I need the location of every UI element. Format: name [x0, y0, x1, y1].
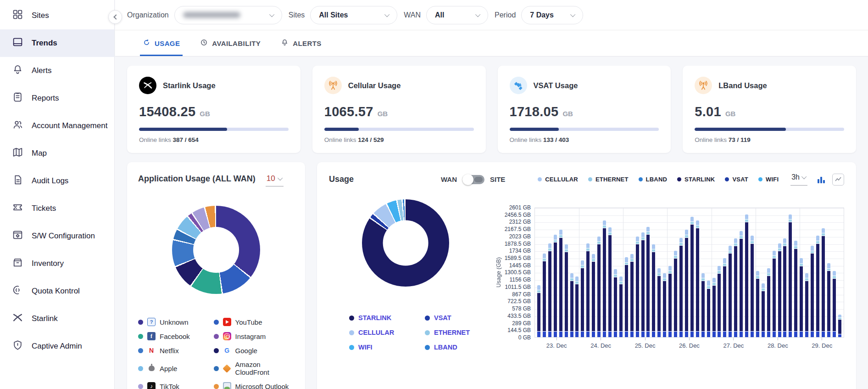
sidebar-item-alerts[interactable]: Alerts	[0, 57, 114, 85]
usage-legend-wifi[interactable]: WIFI	[349, 344, 425, 351]
usage-bar-52[interactable]	[822, 228, 825, 337]
sidebar-item-inventory[interactable]: Inventory	[0, 250, 114, 277]
sidebar-item-trends[interactable]: Trends	[0, 29, 114, 57]
usage-bar-3[interactable]	[554, 235, 557, 337]
series-legend-starlink[interactable]: STARLINK	[677, 176, 715, 183]
period-select[interactable]: 7 Days	[521, 6, 583, 24]
app-legend-item-facebook[interactable]: fFacebook	[138, 332, 210, 340]
organization-select[interactable]	[174, 6, 282, 24]
tab-usage[interactable]: USAGE	[143, 30, 180, 56]
usage-bar-20[interactable]	[646, 227, 650, 337]
usage-legend-vsat[interactable]: VSAT	[425, 314, 501, 321]
usage-bar-32[interactable]	[712, 278, 716, 337]
tab-alerts[interactable]: ALERTS	[281, 30, 321, 56]
series-legend-cellular[interactable]: CELLULAR	[538, 176, 578, 183]
usage-bar-30[interactable]	[701, 273, 705, 337]
sidebar-item-audit-logs[interactable]: Audit Logs	[0, 167, 114, 195]
usage-bar-51[interactable]	[816, 236, 819, 337]
sidebar-item-sites[interactable]: Sites	[0, 2, 114, 29]
usage-bar-13[interactable]	[608, 227, 612, 337]
series-legend-ethernet[interactable]: ETHERNET	[588, 176, 629, 183]
sidebar-collapse-button[interactable]	[108, 10, 122, 24]
app-legend-item-unknown[interactable]: ?Unknown	[138, 318, 210, 326]
series-legend-vsat[interactable]: VSAT	[725, 176, 748, 183]
top-count-select[interactable]: 10	[266, 174, 284, 186]
app-legend-item-google[interactable]: GGoogle	[214, 346, 294, 355]
app-legend-item-youtube[interactable]: YouTube	[214, 318, 294, 326]
wan-site-toggle[interactable]	[462, 175, 484, 184]
usage-bar-31[interactable]	[707, 281, 710, 337]
usage-bar-35[interactable]	[729, 246, 732, 337]
usage-legend-cellular[interactable]: CELLULAR	[349, 329, 425, 336]
usage-bar-4[interactable]	[559, 230, 562, 337]
sidebar-item-quota-kontrol[interactable]: Quota Kontrol	[0, 277, 114, 305]
usage-bar-33[interactable]	[718, 266, 721, 337]
sidebar-item-reports[interactable]: Reports	[0, 85, 114, 112]
usage-bar-6[interactable]	[570, 273, 573, 337]
usage-bar-0[interactable]	[537, 285, 540, 337]
usage-donut-chart[interactable]	[362, 199, 449, 287]
sidebar-item-captive-admin[interactable]: Captive Admin	[0, 333, 114, 360]
usage-bar-42[interactable]	[767, 268, 770, 337]
bar-chart-plot-area[interactable]	[534, 208, 844, 338]
usage-legend-lband[interactable]: LBAND	[425, 344, 501, 351]
usage-bar-36[interactable]	[734, 238, 737, 337]
tab-availability[interactable]: AVAILABILITY	[200, 30, 261, 56]
usage-bar-34[interactable]	[723, 258, 726, 337]
app-legend-item-tiktok[interactable]: ♪TikTok	[138, 382, 210, 389]
usage-bar-25[interactable]	[674, 251, 677, 337]
usage-bar-37[interactable]	[740, 231, 743, 337]
usage-bar-7[interactable]	[575, 276, 579, 337]
bar-chart-icon[interactable]	[817, 175, 826, 184]
usage-bar-41[interactable]	[762, 283, 765, 337]
usage-bar-38[interactable]	[745, 214, 748, 337]
series-legend-lband[interactable]: LBAND	[639, 176, 668, 183]
usage-bar-5[interactable]	[565, 244, 568, 337]
usage-legend-ethernet[interactable]: ETHERNET	[425, 329, 501, 336]
usage-bar-19[interactable]	[641, 232, 645, 337]
usage-bar-2[interactable]	[548, 243, 551, 337]
usage-bar-48[interactable]	[800, 258, 803, 337]
line-chart-icon[interactable]	[832, 174, 844, 186]
usage-bar-54[interactable]	[833, 271, 836, 337]
wan-select[interactable]: All	[426, 6, 488, 24]
usage-bar-53[interactable]	[827, 263, 830, 337]
usage-bar-29[interactable]	[696, 220, 699, 337]
usage-bar-11[interactable]	[597, 237, 601, 337]
usage-bar-27[interactable]	[685, 230, 688, 337]
usage-bar-49[interactable]	[805, 273, 808, 337]
usage-bar-43[interactable]	[773, 251, 776, 337]
series-legend-wifi[interactable]: WIFI	[758, 176, 779, 183]
sidebar-item-tickets[interactable]: Tickets	[0, 195, 114, 222]
app-legend-item-netflix[interactable]: NNetflix	[138, 346, 210, 355]
usage-bar-18[interactable]	[636, 237, 639, 337]
app-legend-item-apple[interactable]: Apple	[138, 361, 210, 376]
app-legend-item-amazon-cloudfront[interactable]: Amazon CloudFront	[214, 361, 294, 376]
usage-bar-40[interactable]	[756, 271, 759, 337]
usage-bar-55[interactable]	[838, 315, 841, 337]
sidebar-item-starlink[interactable]: Starlink	[0, 305, 114, 333]
usage-bar-14[interactable]	[614, 269, 617, 337]
usage-bar-1[interactable]	[543, 254, 546, 337]
usage-bar-50[interactable]	[811, 246, 814, 337]
usage-bar-46[interactable]	[789, 214, 792, 337]
app-legend-item-instagram[interactable]: Instagram	[214, 332, 294, 340]
usage-bar-28[interactable]	[690, 217, 694, 337]
usage-bar-39[interactable]	[751, 236, 754, 337]
sites-select[interactable]: All Sites	[310, 6, 397, 24]
application-usage-donut-chart[interactable]	[172, 206, 260, 294]
sidebar-item-map[interactable]: Map	[0, 140, 114, 167]
usage-bar-9[interactable]	[586, 243, 590, 337]
sidebar-item-s-w-configuration[interactable]: S/W Configuration	[0, 222, 114, 250]
usage-bar-47[interactable]	[794, 241, 797, 337]
usage-bar-16[interactable]	[625, 257, 628, 337]
usage-bar-10[interactable]	[592, 254, 595, 337]
usage-bar-15[interactable]	[619, 276, 623, 337]
usage-bar-44[interactable]	[778, 243, 781, 337]
usage-bar-26[interactable]	[679, 238, 683, 337]
usage-legend-starlink[interactable]: STARLINK	[349, 314, 425, 321]
usage-bar-17[interactable]	[630, 254, 634, 337]
usage-bar-21[interactable]	[652, 244, 655, 337]
app-legend-item-microsoft-outlook[interactable]: Microsoft Outlook	[214, 382, 294, 389]
usage-bar-22[interactable]	[657, 268, 661, 337]
